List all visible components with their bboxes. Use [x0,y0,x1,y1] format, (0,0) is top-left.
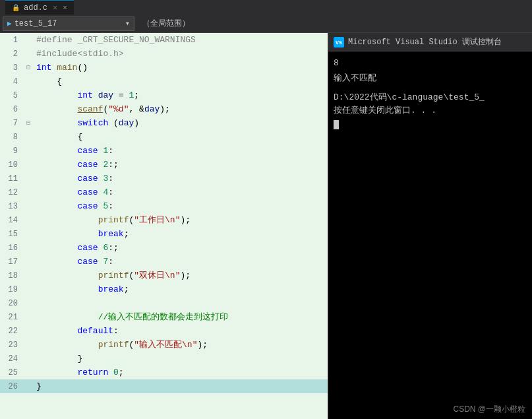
collapse-icon[interactable]: ⊟ [26,64,30,71]
table-row: 12 case 4: [0,185,328,199]
collapse-icon-switch[interactable]: ⊟ [26,119,30,127]
line-number: 12 [0,185,23,199]
line-number: 22 [0,324,23,338]
debug-vs-icon: vs [334,37,344,48]
tab-bar: 🔒 add.c ✕ × [5,0,74,15]
table-row: 17 case 7: [0,255,328,269]
table-row: 3 ⊟ int main() [0,61,328,75]
table-row: 16 case 6:; [0,241,328,255]
line-content: case 4: [34,185,328,199]
table-row: 1 #define _CRT_SECURE_NO_WARNINGS [0,33,328,47]
table-row: 7 ⊟ switch (day) [0,116,328,130]
line-number: 25 [0,366,23,379]
line-number: 8 [0,130,23,144]
line-number: 18 [0,269,23,282]
line-number: 3 [0,61,23,75]
line-content: case 2:; [34,158,328,172]
line-number: 19 [0,282,23,296]
line-number: 4 [0,75,23,88]
line-number: 23 [0,338,23,352]
line-content: printf("双休日\n"); [34,269,328,282]
line-content: break; [34,282,328,296]
table-row: 21 //输入不匹配的数都会走到这打印 [0,310,328,324]
table-row: 20 [0,296,328,310]
main-area: 1 #define _CRT_SECURE_NO_WARNINGS 2 #inc… [0,33,532,419]
code-table: 1 #define _CRT_SECURE_NO_WARNINGS 2 #inc… [0,33,328,393]
tab-filename: add.c [24,3,47,13]
table-row: 23 printf("输入不匹配\n"); [0,338,328,352]
line-content: case 5: [34,199,328,213]
line-content: //输入不匹配的数都会走到这打印 [34,310,328,324]
line-content: int main() [34,61,328,75]
debug-title-bar: vs Microsoft Visual Studio 调试控制台 [328,33,532,51]
line-number: 2 [0,47,23,61]
line-content: return 0; [34,366,328,379]
debug-panel: vs Microsoft Visual Studio 调试控制台 8 输入不匹配… [328,33,532,419]
line-content: case 1: [34,144,328,158]
line-content: #define _CRT_SECURE_NO_WARNINGS [34,33,328,47]
tab-file-icon: 🔒 [12,4,20,12]
table-row: 24 } [0,352,328,366]
line-number: 13 [0,199,23,213]
line-content: int day = 1; [34,88,328,102]
table-row: 2 #include<stdio.h> [0,47,328,61]
cursor-block [334,120,339,129]
line-number: 10 [0,158,23,172]
project-dropdown[interactable]: ▶ test_5_17 ▾ [3,16,134,31]
toolbar: ▶ test_5_17 ▾ （全局范围） [0,15,532,33]
line-content: case 3: [34,172,328,185]
table-row: 10 case 2:; [0,158,328,172]
line-content: default: [34,324,328,338]
line-number: 16 [0,241,23,255]
line-content: { [34,75,328,88]
line-number: 26 [0,379,23,393]
line-content: } [34,352,328,366]
line-number: 1 [0,33,23,47]
table-row: 11 case 3: [0,172,328,185]
project-icon: ▶ [7,19,12,28]
line-number: 17 [0,255,23,269]
tab-separator: ✕ [53,3,57,13]
console-path: D:\2022代码\c-language\test_5_ [334,91,527,105]
table-row: 25 return 0; [0,366,328,379]
line-number: 15 [0,227,23,241]
line-number: 9 [0,144,23,158]
console-number: 8 [334,57,527,71]
line-content: printf("工作日\n"); [34,213,328,227]
console-close-prompt: 按任意键关闭此窗口. . . [334,104,527,118]
tab-close-btn[interactable]: × [63,4,67,12]
line-number: 14 [0,213,23,227]
dropdown-arrow: ▾ [125,18,130,28]
line-content: { [34,130,328,144]
scope-label: （全局范围） [137,16,195,30]
table-row: 9 case 1: [0,144,328,158]
table-row: 5 int day = 1; [0,88,328,102]
console-mismatch: 输入不匹配 [334,72,527,86]
table-row: 19 break; [0,282,328,296]
line-number: 6 [0,102,23,116]
table-row: 13 case 5: [0,199,328,213]
line-number: 7 [0,116,23,130]
line-number: 21 [0,310,23,324]
line-content: case 6:; [34,241,328,255]
line-content: scanf("%d", &day); [34,102,328,116]
table-row: 15 break; [0,227,328,241]
project-name: test_5_17 [15,19,57,28]
debug-console-output: 8 输入不匹配 D:\2022代码\c-language\test_5_ 按任意… [328,51,532,419]
code-editor[interactable]: 1 #define _CRT_SECURE_NO_WARNINGS 2 #inc… [0,33,328,419]
line-number: 11 [0,172,23,185]
line-content: #include<stdio.h> [34,47,328,61]
tab-add-c[interactable]: 🔒 add.c ✕ × [5,0,74,15]
line-number: 20 [0,296,23,310]
line-content [34,296,328,310]
line-content: printf("输入不匹配\n"); [34,338,328,352]
table-row: 6 scanf("%d", &day); [0,102,328,116]
table-row: 18 printf("双休日\n"); [0,269,328,282]
table-row: 22 default: [0,324,328,338]
line-content: case 7: [34,255,328,269]
line-content: } [34,379,328,393]
table-row: 26 } [0,379,328,393]
line-number: 24 [0,352,23,366]
table-row: 8 { [0,130,328,144]
table-row: 14 printf("工作日\n"); [0,213,328,227]
